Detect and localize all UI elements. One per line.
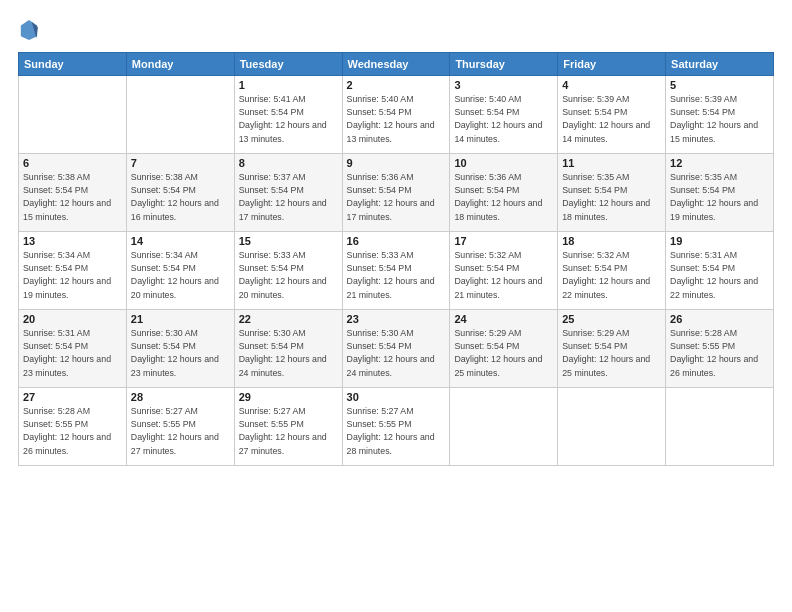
calendar-page: SundayMondayTuesdayWednesdayThursdayFrid… (0, 0, 792, 612)
day-info: Sunrise: 5:34 AM Sunset: 5:54 PM Dayligh… (23, 249, 122, 302)
day-info: Sunrise: 5:30 AM Sunset: 5:54 PM Dayligh… (239, 327, 338, 380)
header (18, 18, 774, 42)
calendar-day-cell: 8Sunrise: 5:37 AM Sunset: 5:54 PM Daylig… (234, 154, 342, 232)
calendar-day-cell: 14Sunrise: 5:34 AM Sunset: 5:54 PM Dayli… (126, 232, 234, 310)
day-number: 25 (562, 313, 661, 325)
day-info: Sunrise: 5:27 AM Sunset: 5:55 PM Dayligh… (131, 405, 230, 458)
day-info: Sunrise: 5:38 AM Sunset: 5:54 PM Dayligh… (23, 171, 122, 224)
day-info: Sunrise: 5:40 AM Sunset: 5:54 PM Dayligh… (454, 93, 553, 146)
day-number: 12 (670, 157, 769, 169)
day-number: 22 (239, 313, 338, 325)
day-number: 28 (131, 391, 230, 403)
day-info: Sunrise: 5:30 AM Sunset: 5:54 PM Dayligh… (347, 327, 446, 380)
day-number: 26 (670, 313, 769, 325)
calendar-day-cell: 15Sunrise: 5:33 AM Sunset: 5:54 PM Dayli… (234, 232, 342, 310)
day-info: Sunrise: 5:35 AM Sunset: 5:54 PM Dayligh… (670, 171, 769, 224)
calendar-day-cell: 16Sunrise: 5:33 AM Sunset: 5:54 PM Dayli… (342, 232, 450, 310)
day-number: 15 (239, 235, 338, 247)
calendar-day-cell: 18Sunrise: 5:32 AM Sunset: 5:54 PM Dayli… (558, 232, 666, 310)
day-info: Sunrise: 5:31 AM Sunset: 5:54 PM Dayligh… (670, 249, 769, 302)
day-number: 29 (239, 391, 338, 403)
day-info: Sunrise: 5:39 AM Sunset: 5:54 PM Dayligh… (670, 93, 769, 146)
calendar-day-cell (19, 76, 127, 154)
day-info: Sunrise: 5:36 AM Sunset: 5:54 PM Dayligh… (454, 171, 553, 224)
calendar-day-cell: 10Sunrise: 5:36 AM Sunset: 5:54 PM Dayli… (450, 154, 558, 232)
day-number: 3 (454, 79, 553, 91)
calendar-day-cell: 5Sunrise: 5:39 AM Sunset: 5:54 PM Daylig… (666, 76, 774, 154)
day-info: Sunrise: 5:28 AM Sunset: 5:55 PM Dayligh… (23, 405, 122, 458)
calendar-week-row: 6Sunrise: 5:38 AM Sunset: 5:54 PM Daylig… (19, 154, 774, 232)
calendar-day-cell (666, 388, 774, 466)
day-number: 6 (23, 157, 122, 169)
weekday-header-cell: Sunday (19, 53, 127, 76)
calendar-day-cell: 7Sunrise: 5:38 AM Sunset: 5:54 PM Daylig… (126, 154, 234, 232)
day-number: 24 (454, 313, 553, 325)
weekday-header-cell: Friday (558, 53, 666, 76)
calendar-body: 1Sunrise: 5:41 AM Sunset: 5:54 PM Daylig… (19, 76, 774, 466)
calendar-day-cell: 26Sunrise: 5:28 AM Sunset: 5:55 PM Dayli… (666, 310, 774, 388)
day-number: 11 (562, 157, 661, 169)
calendar-day-cell: 17Sunrise: 5:32 AM Sunset: 5:54 PM Dayli… (450, 232, 558, 310)
day-info: Sunrise: 5:38 AM Sunset: 5:54 PM Dayligh… (131, 171, 230, 224)
day-info: Sunrise: 5:41 AM Sunset: 5:54 PM Dayligh… (239, 93, 338, 146)
day-number: 30 (347, 391, 446, 403)
calendar-day-cell: 25Sunrise: 5:29 AM Sunset: 5:54 PM Dayli… (558, 310, 666, 388)
calendar-day-cell: 13Sunrise: 5:34 AM Sunset: 5:54 PM Dayli… (19, 232, 127, 310)
day-info: Sunrise: 5:40 AM Sunset: 5:54 PM Dayligh… (347, 93, 446, 146)
calendar-table: SundayMondayTuesdayWednesdayThursdayFrid… (18, 52, 774, 466)
day-number: 27 (23, 391, 122, 403)
day-number: 5 (670, 79, 769, 91)
day-number: 20 (23, 313, 122, 325)
calendar-day-cell (126, 76, 234, 154)
day-info: Sunrise: 5:37 AM Sunset: 5:54 PM Dayligh… (239, 171, 338, 224)
day-info: Sunrise: 5:27 AM Sunset: 5:55 PM Dayligh… (347, 405, 446, 458)
calendar-day-cell: 3Sunrise: 5:40 AM Sunset: 5:54 PM Daylig… (450, 76, 558, 154)
day-number: 1 (239, 79, 338, 91)
day-info: Sunrise: 5:36 AM Sunset: 5:54 PM Dayligh… (347, 171, 446, 224)
calendar-day-cell: 9Sunrise: 5:36 AM Sunset: 5:54 PM Daylig… (342, 154, 450, 232)
day-number: 14 (131, 235, 230, 247)
calendar-day-cell: 11Sunrise: 5:35 AM Sunset: 5:54 PM Dayli… (558, 154, 666, 232)
day-info: Sunrise: 5:27 AM Sunset: 5:55 PM Dayligh… (239, 405, 338, 458)
calendar-day-cell: 19Sunrise: 5:31 AM Sunset: 5:54 PM Dayli… (666, 232, 774, 310)
day-number: 21 (131, 313, 230, 325)
day-number: 2 (347, 79, 446, 91)
day-info: Sunrise: 5:33 AM Sunset: 5:54 PM Dayligh… (347, 249, 446, 302)
calendar-week-row: 27Sunrise: 5:28 AM Sunset: 5:55 PM Dayli… (19, 388, 774, 466)
weekday-header-cell: Monday (126, 53, 234, 76)
calendar-day-cell: 23Sunrise: 5:30 AM Sunset: 5:54 PM Dayli… (342, 310, 450, 388)
day-number: 4 (562, 79, 661, 91)
day-info: Sunrise: 5:33 AM Sunset: 5:54 PM Dayligh… (239, 249, 338, 302)
calendar-week-row: 13Sunrise: 5:34 AM Sunset: 5:54 PM Dayli… (19, 232, 774, 310)
weekday-header-cell: Thursday (450, 53, 558, 76)
calendar-day-cell: 6Sunrise: 5:38 AM Sunset: 5:54 PM Daylig… (19, 154, 127, 232)
day-number: 13 (23, 235, 122, 247)
calendar-day-cell: 28Sunrise: 5:27 AM Sunset: 5:55 PM Dayli… (126, 388, 234, 466)
day-info: Sunrise: 5:30 AM Sunset: 5:54 PM Dayligh… (131, 327, 230, 380)
day-number: 16 (347, 235, 446, 247)
calendar-day-cell: 20Sunrise: 5:31 AM Sunset: 5:54 PM Dayli… (19, 310, 127, 388)
calendar-day-cell: 29Sunrise: 5:27 AM Sunset: 5:55 PM Dayli… (234, 388, 342, 466)
calendar-day-cell: 12Sunrise: 5:35 AM Sunset: 5:54 PM Dayli… (666, 154, 774, 232)
calendar-day-cell: 24Sunrise: 5:29 AM Sunset: 5:54 PM Dayli… (450, 310, 558, 388)
day-number: 19 (670, 235, 769, 247)
day-info: Sunrise: 5:32 AM Sunset: 5:54 PM Dayligh… (562, 249, 661, 302)
day-number: 23 (347, 313, 446, 325)
weekday-header-cell: Wednesday (342, 53, 450, 76)
day-info: Sunrise: 5:39 AM Sunset: 5:54 PM Dayligh… (562, 93, 661, 146)
calendar-day-cell: 1Sunrise: 5:41 AM Sunset: 5:54 PM Daylig… (234, 76, 342, 154)
logo-icon (19, 18, 39, 42)
calendar-day-cell: 2Sunrise: 5:40 AM Sunset: 5:54 PM Daylig… (342, 76, 450, 154)
day-info: Sunrise: 5:29 AM Sunset: 5:54 PM Dayligh… (562, 327, 661, 380)
day-info: Sunrise: 5:29 AM Sunset: 5:54 PM Dayligh… (454, 327, 553, 380)
day-info: Sunrise: 5:35 AM Sunset: 5:54 PM Dayligh… (562, 171, 661, 224)
calendar-day-cell: 30Sunrise: 5:27 AM Sunset: 5:55 PM Dayli… (342, 388, 450, 466)
weekday-header-row: SundayMondayTuesdayWednesdayThursdayFrid… (19, 53, 774, 76)
day-info: Sunrise: 5:28 AM Sunset: 5:55 PM Dayligh… (670, 327, 769, 380)
calendar-day-cell: 4Sunrise: 5:39 AM Sunset: 5:54 PM Daylig… (558, 76, 666, 154)
weekday-header-cell: Tuesday (234, 53, 342, 76)
day-number: 17 (454, 235, 553, 247)
day-number: 10 (454, 157, 553, 169)
calendar-day-cell: 22Sunrise: 5:30 AM Sunset: 5:54 PM Dayli… (234, 310, 342, 388)
day-number: 7 (131, 157, 230, 169)
